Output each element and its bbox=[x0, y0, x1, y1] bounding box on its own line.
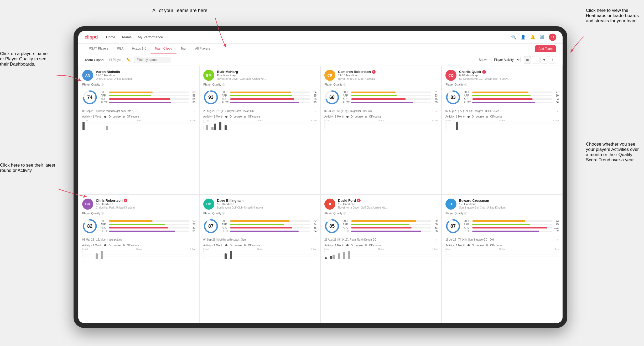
chart-bars bbox=[445, 249, 559, 259]
stat-label: ARG bbox=[222, 226, 229, 229]
activity-section: Activity · 1 Month On course Off course … bbox=[324, 244, 438, 262]
latest-round[interactable]: 18 Jul 23 | 74 (+3), Sunningdale GC - Ol… bbox=[445, 236, 559, 242]
latest-round[interactable]: 02 Jul 23 | 59 (+17), Craigmillar Park G… bbox=[324, 107, 438, 113]
nav-teams[interactable]: Teams bbox=[122, 35, 132, 39]
avatar[interactable]: U bbox=[549, 34, 556, 41]
quality-circle[interactable]: 85 bbox=[324, 219, 340, 234]
stat-value: 94 bbox=[311, 230, 316, 233]
player-avatar[interactable]: CR bbox=[82, 199, 93, 210]
player-name[interactable]: Cameron Robertson ✓ bbox=[338, 70, 438, 74]
player-avatar[interactable]: BM bbox=[203, 70, 214, 81]
player-avatar[interactable]: DB bbox=[203, 199, 214, 210]
chart-bar bbox=[456, 122, 458, 130]
player-avatar[interactable]: AN bbox=[82, 70, 93, 81]
nav-home[interactable]: Home bbox=[106, 35, 115, 39]
add-team-button[interactable]: Add Team bbox=[535, 45, 556, 52]
filter-icon[interactable]: ▼ bbox=[541, 56, 548, 63]
show-select[interactable]: Player Activity bbox=[491, 57, 521, 63]
tablet-screen: clippd Home Teams My Performance 🔍 👤 🔔 ⚙… bbox=[78, 31, 563, 323]
search-icon[interactable]: 🔍 bbox=[511, 35, 516, 40]
round-arrow-icon[interactable]: → bbox=[313, 238, 316, 242]
player-info: Dave Billingham 1-5 Handicap Sog Maging … bbox=[217, 199, 316, 209]
stat-row: APP 63 bbox=[343, 94, 438, 97]
round-arrow-icon[interactable]: → bbox=[434, 109, 438, 113]
stat-value: 75 bbox=[432, 98, 438, 100]
stat-label: PUTT bbox=[101, 230, 108, 233]
player-name[interactable]: Chris Robertson ✓ bbox=[96, 199, 195, 203]
stat-label: OTT bbox=[343, 91, 350, 94]
quality-label: Player Quality ⓘ bbox=[445, 212, 559, 215]
round-arrow-icon[interactable]: → bbox=[555, 238, 559, 242]
chart-bars bbox=[203, 249, 316, 259]
latest-round[interactable]: 26 Aug 23 | 84 (+12), Royal North Devon … bbox=[324, 236, 438, 242]
user-icon[interactable]: 👤 bbox=[521, 35, 526, 40]
latest-round[interactable]: 07 Aug 23 | 77 (+7), St George's Hill GC… bbox=[445, 107, 559, 113]
search-input[interactable] bbox=[134, 57, 170, 63]
stat-bar bbox=[351, 92, 396, 93]
stat-label: PUTT bbox=[464, 101, 471, 104]
stat-value: 58 bbox=[190, 94, 195, 97]
player-name[interactable]: Blair McHarg bbox=[217, 70, 316, 74]
tab-team-clippd[interactable]: Team Clippd bbox=[150, 44, 176, 54]
player-header: DB Dave Billingham 1-5 Handicap Sog Magi… bbox=[203, 199, 316, 210]
tab-all-players[interactable]: All Players bbox=[191, 44, 214, 54]
stat-row: APP 79 bbox=[464, 223, 559, 226]
latest-round[interactable]: 26 Aug 23 | 73 (+1), Royal North Devon G… bbox=[203, 107, 316, 113]
player-avatar[interactable]: CR bbox=[324, 70, 335, 81]
round-arrow-icon[interactable]: → bbox=[555, 109, 559, 113]
bell-icon[interactable]: 🔔 bbox=[530, 35, 535, 40]
latest-round[interactable]: 04 Sep 23 | Mobility with coach, Gym → bbox=[203, 236, 316, 242]
nav-logo[interactable]: clippd bbox=[85, 34, 98, 40]
edit-icon[interactable]: ✏️ bbox=[126, 58, 131, 62]
quality-circle[interactable]: 82 bbox=[82, 219, 97, 234]
tab-hcaps[interactable]: Hcaps 1-5 bbox=[128, 44, 150, 54]
list-view-icon[interactable]: ⊟ bbox=[532, 56, 539, 63]
player-avatar[interactable]: EC bbox=[445, 199, 456, 210]
latest-round[interactable]: 02 Sep 23 | Sunrise round to get back in… bbox=[82, 107, 195, 113]
tab-pga[interactable]: PGA bbox=[113, 44, 128, 54]
quality-circle[interactable]: 83 bbox=[445, 90, 461, 105]
grid-view-icon[interactable]: ⊞ bbox=[524, 56, 531, 63]
quality-circle[interactable]: 68 bbox=[324, 90, 340, 105]
player-avatar[interactable]: CQ bbox=[445, 70, 456, 81]
player-info: Edward Crossman 1-5 Handicap Sunningdale… bbox=[459, 199, 559, 209]
teams-annotation: All of your Teams are here. bbox=[152, 8, 209, 13]
player-name[interactable]: David Ford ✓ bbox=[338, 199, 438, 203]
quality-circle[interactable]: 74 bbox=[82, 90, 97, 105]
round-arrow-icon[interactable]: → bbox=[192, 109, 195, 113]
round-arrow-icon[interactable]: → bbox=[192, 238, 195, 242]
quality-circle[interactable]: 93 bbox=[203, 90, 219, 105]
quality-number: 68 bbox=[329, 95, 335, 100]
player-name[interactable]: Dave Billingham bbox=[217, 199, 316, 203]
chart-bar bbox=[325, 257, 327, 259]
round-arrow-icon[interactable]: → bbox=[313, 109, 316, 113]
player-avatar[interactable]: DF bbox=[324, 199, 335, 210]
latest-round[interactable]: 03 Mar 23 | 19, Must make putting → bbox=[82, 236, 195, 242]
stat-label: PUTT bbox=[222, 230, 229, 233]
stat-label: PUTT bbox=[101, 101, 108, 104]
quality-circle[interactable]: 87 bbox=[445, 219, 461, 234]
heatmaps-annotation: Click here to view theHeatmaps or leader… bbox=[586, 8, 639, 24]
stat-row: OTT 60 bbox=[101, 220, 195, 222]
player-card: DB Dave Billingham 1-5 Handicap Sog Magi… bbox=[199, 195, 320, 323]
quality-label: Player Quality ⓘ bbox=[324, 212, 438, 215]
player-name[interactable]: Edward Crossman bbox=[459, 199, 559, 203]
player-name[interactable]: Charlie Quick ✓ bbox=[459, 70, 559, 74]
sort-icon[interactable]: ↕ bbox=[549, 56, 556, 63]
quality-number: 74 bbox=[87, 95, 92, 100]
tab-tour[interactable]: Tour bbox=[176, 44, 191, 54]
nav-performance[interactable]: My Performance bbox=[138, 35, 163, 39]
tab-pgat-players[interactable]: PGAT Players bbox=[85, 44, 113, 54]
stat-bar bbox=[472, 95, 531, 96]
quality-number: 85 bbox=[329, 223, 335, 229]
off-course-dot bbox=[244, 244, 246, 246]
round-arrow-icon[interactable]: → bbox=[434, 238, 438, 242]
stat-bar bbox=[351, 231, 421, 232]
verified-icon: ✓ bbox=[372, 70, 376, 74]
settings-icon[interactable]: ⚙️ bbox=[539, 35, 545, 40]
player-name[interactable]: Aaron Nicholls bbox=[96, 70, 195, 74]
stat-bar-container bbox=[472, 224, 552, 225]
off-course-label: Off course bbox=[369, 244, 381, 247]
quality-circle[interactable]: 87 bbox=[203, 219, 219, 234]
quality-label: Player Quality ⓘ bbox=[445, 83, 559, 87]
